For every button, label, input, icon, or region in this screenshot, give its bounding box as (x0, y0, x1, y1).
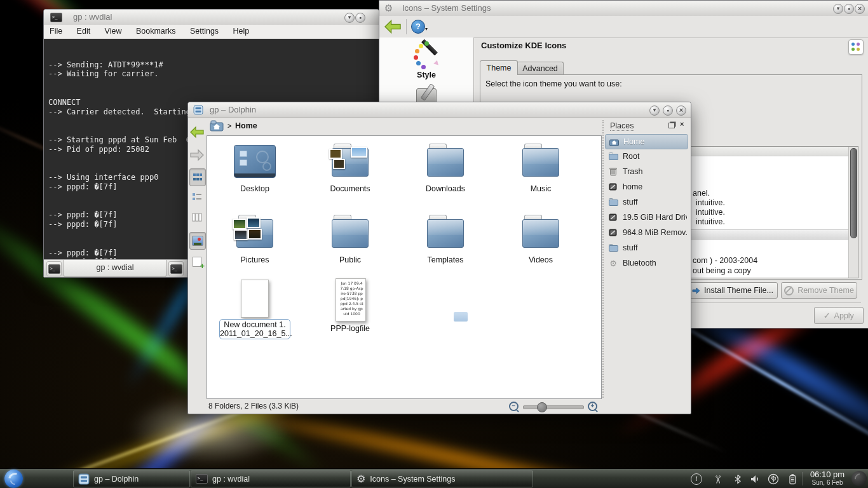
info-tray-icon[interactable]: i (689, 472, 703, 486)
place-item-root[interactable]: Root (605, 149, 687, 163)
menu-file[interactable]: File (44, 25, 68, 36)
place-item-removable[interactable]: 964.8 MiB Remov... (605, 226, 687, 240)
status-text: 8 Folders, 2 Files (3.3 KiB) (208, 402, 299, 410)
columns-view-button[interactable] (189, 209, 205, 226)
install-theme-button[interactable]: Install Theme File... (688, 282, 778, 299)
trash-icon (608, 166, 618, 177)
place-item-bluetooth[interactable]: ⚙ Bluetooth (605, 256, 687, 270)
sidebar-style-label: Style (379, 71, 473, 79)
no-entry-icon (784, 286, 794, 295)
minimize-button[interactable]: ▾ (649, 105, 660, 116)
clock[interactable]: 06:10 pm Sun, 6 Feb (804, 470, 850, 487)
folder-item-templates[interactable]: Templates (398, 211, 493, 281)
battery-icon[interactable] (785, 472, 799, 486)
dolphin-titlebar[interactable]: gp – Dolphin ▾ ● × (188, 102, 691, 118)
maximize-button[interactable]: ● (844, 4, 854, 14)
tray-separator (802, 472, 803, 485)
icon-view-button[interactable] (189, 168, 206, 186)
theme-desc-line: com ) - 2003-2004 (693, 256, 757, 265)
maximize-button[interactable]: ● (663, 105, 673, 116)
tab-theme[interactable]: Theme (480, 60, 518, 75)
folder-icon (608, 243, 618, 253)
zoom-in-icon[interactable]: + (588, 402, 597, 411)
clock-time: 06:10 pm (804, 470, 850, 479)
menu-edit[interactable]: Edit (71, 25, 97, 36)
desktop-folder-icon (234, 145, 276, 178)
menu-settings[interactable]: Settings (184, 25, 224, 36)
taskbar-item-dolphin[interactable]: gp – Dolphin (73, 470, 190, 487)
zoom-slider-handle[interactable] (537, 402, 547, 412)
terminal-tab[interactable]: gp : wvdial (64, 260, 166, 277)
panel-cashew-icon[interactable] (851, 471, 867, 486)
bluetooth-icon[interactable] (731, 472, 745, 486)
folder-item-music[interactable]: Music (493, 140, 588, 210)
close-panel-icon[interactable]: × (680, 120, 684, 128)
place-item-stuff2[interactable]: stuff (605, 241, 687, 255)
system-settings-title: Icons – System Settings (402, 3, 491, 13)
page-title: Customize KDE Icons (481, 41, 566, 50)
tab-advanced[interactable]: Advanced (517, 62, 564, 75)
zoom-out-icon[interactable]: − (509, 402, 519, 411)
folder-item-downloads[interactable]: Downloads (398, 140, 493, 210)
gear-icon: ⚙ (384, 3, 393, 14)
zoom-slider[interactable] (523, 405, 584, 409)
split-view-button[interactable]: + (189, 254, 205, 270)
taskbar-item-wvdial[interactable]: >_ gp : wvdial (191, 470, 351, 487)
dolphin-toolbar: + (188, 118, 206, 398)
scrollbar[interactable] (848, 147, 858, 278)
place-item-home[interactable]: Home (605, 134, 688, 149)
breadcrumb-home[interactable]: Home (235, 121, 257, 130)
close-icon[interactable]: × (855, 4, 865, 14)
list-row-fragment: intuitive. (696, 198, 725, 207)
tab-list-button[interactable]: >_ (168, 261, 184, 276)
sidebar-item-style[interactable]: Style (379, 40, 473, 81)
preview-button[interactable] (189, 232, 206, 250)
place-item-trash[interactable]: Trash (605, 165, 687, 179)
usb-device-icon[interactable] (766, 472, 780, 486)
dolphin-window: gp – Dolphin ▾ ● × > Home (187, 102, 691, 414)
file-item-ppp-logfile[interactable]: Jan 17 09:4 7:18 gp-Asp ire-5738 pp pd[1… (302, 277, 398, 353)
details-view-button[interactable] (189, 189, 205, 205)
folder-item-pictures[interactable]: Pictures (207, 211, 302, 281)
back-button[interactable] (189, 124, 205, 140)
klipper-scissors-icon[interactable]: ✂ (710, 472, 724, 486)
back-icon[interactable] (383, 19, 402, 34)
minimize-button[interactable]: ▾ (344, 13, 355, 23)
list-row-fragment: intuitive. (696, 208, 725, 217)
folder-item-desktop[interactable]: Desktop (207, 140, 302, 210)
overview-icon[interactable] (848, 39, 864, 55)
breadcrumb-separator: > (227, 122, 231, 130)
system-settings-titlebar[interactable]: ⚙ Icons – System Settings ▾ ● × (379, 1, 868, 17)
terminal-window-icon: >_ (50, 13, 62, 22)
apply-button[interactable]: ✓ Apply (814, 307, 864, 324)
gear-icon: ⚙ (356, 474, 365, 484)
remove-theme-button[interactable]: Remove Theme (781, 282, 857, 299)
scrollbar-thumb[interactable] (850, 148, 857, 238)
help-icon[interactable]: ? (411, 20, 425, 34)
folder-item-documents[interactable]: Documents (302, 140, 398, 210)
menu-bookmarks[interactable]: Bookmarks (130, 25, 182, 36)
minimize-button[interactable]: ▾ (833, 4, 843, 14)
close-icon[interactable]: × (676, 105, 686, 116)
desktop: >_ gp : wvdial ▾ ● File Edit View Bookma… (0, 0, 868, 488)
terminal-titlebar[interactable]: >_ gp : wvdial ▾ ● (44, 10, 379, 25)
file-view[interactable]: Desktop Documents Downloads Music (207, 135, 602, 399)
place-item-home-drive[interactable]: home (605, 180, 687, 194)
menu-view[interactable]: View (99, 25, 128, 36)
place-item-stuff[interactable]: stuff (605, 195, 687, 209)
volume-icon[interactable] (749, 472, 763, 486)
chevron-down-icon: ▾ (425, 26, 428, 32)
home-icon[interactable] (210, 119, 224, 132)
folder-item-public[interactable]: Public (302, 211, 398, 281)
forward-button[interactable] (189, 147, 205, 163)
float-panel-icon[interactable] (668, 123, 675, 128)
file-item-new-document[interactable]: New document 1. 2011_01_20_16_5... (207, 277, 302, 353)
new-tab-button[interactable]: >_ (46, 261, 62, 276)
folder-item-videos[interactable]: Videos (493, 211, 588, 281)
maximize-button[interactable]: ● (355, 13, 365, 23)
launcher-icon[interactable] (4, 470, 23, 488)
menu-help[interactable]: Help (227, 25, 255, 36)
taskbar-item-system-settings[interactable]: ⚙ Icons – System Settings (351, 470, 533, 487)
place-item-hard-drive[interactable]: 19.5 GiB Hard Drive (605, 210, 687, 224)
list-row-fragment: anel. (693, 189, 710, 198)
